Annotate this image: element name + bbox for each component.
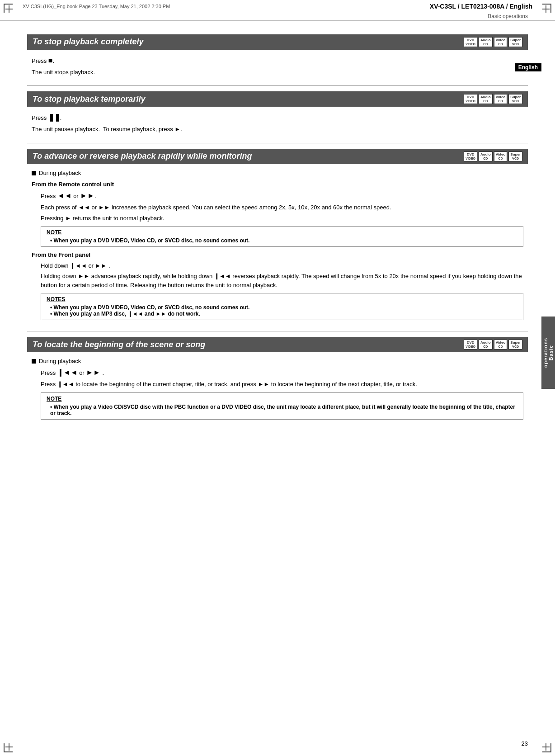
top-header: XV-C3SL(UG)_Eng.book Page 23 Tuesday, Ma… [0, 0, 555, 12]
badge-dvd-video-1: DVDVIDEO [464, 37, 477, 47]
divider-1 [27, 85, 528, 86]
badge-audio-cd-3: AudioCD [479, 151, 493, 161]
front-panel-content: Hold down ❙◄◄ or ►► . Holding down ►► ad… [32, 261, 523, 321]
divider-2 [27, 143, 528, 143]
content-stop-completely: Press ■. The unit stops playback. [27, 55, 528, 84]
content-stop-temporarily: Press ❚❚. The unit pauses playback. To r… [27, 112, 528, 141]
content-locate-beginning: During playback Press ❙◄◄ or ►► . Press … [27, 358, 528, 429]
section-locate-beginning: To locate the beginning of the scene or … [27, 337, 528, 428]
badge-video-cd-2: VideoCD [494, 94, 508, 104]
remote-speed-desc: Each press of ◄◄ or ►► increases the pla… [41, 203, 523, 212]
sidebar-label-text: Basicoperations [543, 338, 554, 368]
section-title-advance-reverse: To advance or reverse playback rapidly w… [33, 151, 252, 161]
stop-desc: The unit stops playback. [32, 68, 523, 77]
press-stop-text: Press ■. [32, 55, 523, 66]
notes-item-front-2: When you play an MP3 disc, ❙◄◄ and ►► do… [50, 311, 517, 317]
note-box-locate: NOTE When you play a Video CD/SVCD disc … [41, 392, 523, 420]
note-box-remote: NOTE When you play a DVD VIDEO, Video CD… [41, 226, 523, 247]
press-remote-text: Press ◄◄ or ►►. [41, 190, 523, 201]
during-playback-1: During playback [32, 170, 523, 176]
during-playback-label-2: During playback [39, 358, 81, 364]
badge-dvd-video-2: DVDVIDEO [464, 94, 477, 104]
section-advance-reverse: To advance or reverse playback rapidly w… [27, 149, 528, 331]
during-playback-2: During playback [32, 358, 523, 364]
page-label: Basic operations [488, 13, 528, 19]
badge-audio-cd-2: AudioCD [479, 94, 493, 104]
bullet-square-2 [32, 359, 36, 364]
press-pause-text: Press ❚❚. [32, 112, 523, 123]
front-panel-header: From the Front panel [32, 250, 523, 260]
hold-text: Hold down ❙◄◄ or ►► . [41, 261, 523, 270]
badge-video-cd-4: VideoCD [494, 340, 508, 350]
document-title: XV-C3SL / LET0213-008A / English [430, 3, 532, 10]
section-stop-completely: To stop playback completely DVDVIDEO Aud… [27, 34, 528, 86]
section-header-stop-completely: To stop playback completely DVDVIDEO Aud… [27, 34, 528, 50]
note-title-remote: NOTE [47, 229, 517, 236]
locate-indent: Press ❙◄◄ or ►► . Press ❙◄◄ to locate th… [32, 367, 523, 420]
page-header-line: Basic operations [0, 12, 555, 21]
badges-advance-reverse: DVDVIDEO AudioCD VideoCD SuperVCD [464, 151, 522, 161]
badge-audio-cd-4: AudioCD [479, 340, 493, 350]
badge-super-vcd-2: SuperVCD [508, 94, 522, 104]
file-info: XV-C3SL(UG)_Eng.book Page 23 Tuesday, Ma… [23, 4, 170, 9]
badge-audio-cd-1: AudioCD [479, 37, 493, 47]
cross-tl [5, 5, 13, 13]
locate-desc: Press ❙◄◄ to locate the beginning of the… [41, 380, 523, 389]
badge-super-vcd-4: SuperVCD [508, 340, 522, 350]
badges-stop-completely: DVDVIDEO AudioCD VideoCD SuperVCD [464, 37, 522, 47]
badges-stop-temporarily: DVDVIDEO AudioCD VideoCD SuperVCD [464, 94, 522, 104]
bullet-square-1 [32, 171, 36, 175]
notes-title-front: NOTES [47, 296, 517, 302]
section-header-locate-beginning: To locate the beginning of the scene or … [27, 337, 528, 352]
section-header-advance-reverse: To advance or reverse playback rapidly w… [27, 149, 528, 164]
english-badge: English [515, 63, 541, 71]
badge-super-vcd-1: SuperVCD [508, 37, 522, 47]
remote-control-header: From the Remote control unit [32, 180, 523, 189]
section-stop-temporarily: To stop playback temporarily DVDVIDEO Au… [27, 91, 528, 143]
content-advance-reverse: During playback From the Remote control … [27, 170, 528, 330]
section-title-stop-completely: To stop playback completely [33, 37, 143, 47]
section-title-stop-temporarily: To stop playback temporarily [33, 94, 145, 104]
badge-dvd-video-4: DVDVIDEO [464, 340, 477, 350]
badges-locate-beginning: DVDVIDEO AudioCD VideoCD SuperVCD [464, 340, 522, 350]
cross-br [542, 743, 550, 751]
badge-video-cd-1: VideoCD [494, 37, 508, 47]
cross-tr [542, 5, 550, 13]
section-header-stop-temporarily: To stop playback temporarily DVDVIDEO Au… [27, 91, 528, 107]
badge-video-cd-3: VideoCD [494, 151, 508, 161]
remote-return-desc: Pressing ► returns the unit to normal pl… [41, 214, 523, 223]
note-item-remote-1: When you play a DVD VIDEO, Video CD, or … [50, 237, 517, 244]
badge-dvd-video-3: DVDVIDEO [464, 151, 477, 161]
section-title-locate-beginning: To locate the beginning of the scene or … [33, 340, 205, 350]
front-panel-desc: Holding down ►► advances playback rapidl… [41, 272, 523, 289]
remote-control-content: Press ◄◄ or ►►. Each press of ◄◄ or ►► i… [32, 190, 523, 247]
sidebar-basic-operations: Basicoperations [541, 317, 555, 389]
badge-super-vcd-3: SuperVCD [508, 151, 522, 161]
notes-box-front: NOTES When you play a DVD VIDEO, Video C… [41, 293, 523, 320]
note-item-locate-1: When you play a Video CD/SVCD disc with … [50, 404, 517, 416]
main-content: To stop playback completely DVDVIDEO Aud… [0, 24, 555, 433]
divider-3 [27, 331, 528, 331]
note-title-locate: NOTE [47, 396, 517, 402]
page-number: 23 [522, 740, 528, 747]
press-locate-text: Press ❙◄◄ or ►► . [41, 367, 523, 378]
notes-item-front-1: When you play a DVD VIDEO, Video CD, or … [50, 304, 517, 311]
pause-desc: The unit pauses playback. To resume play… [32, 125, 523, 134]
cross-bl [5, 743, 13, 751]
during-playback-label-1: During playback [39, 170, 81, 176]
